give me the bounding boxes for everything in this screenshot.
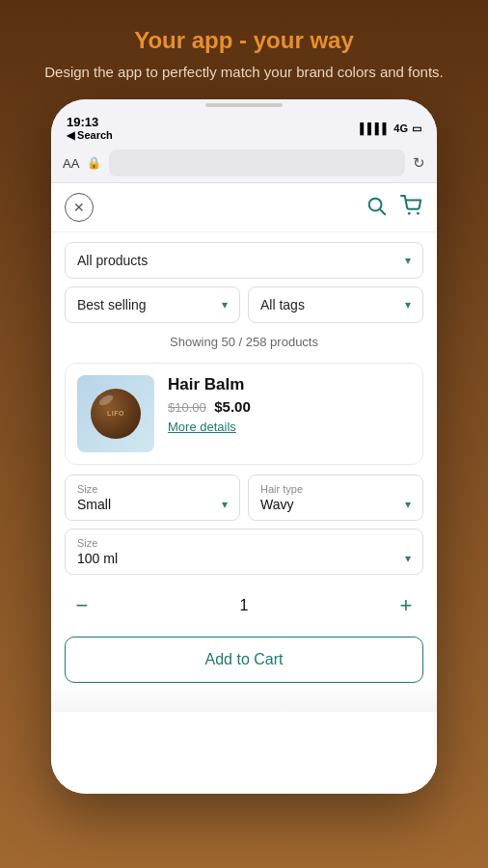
jar-label: LIFO: [107, 410, 124, 418]
main-title: Your app - your way: [44, 27, 444, 54]
product-jar: LIFO: [91, 389, 141, 439]
refresh-icon[interactable]: ↻: [413, 154, 425, 172]
chevron-down-icon: ▾: [405, 254, 411, 267]
notch-bar: [205, 103, 283, 107]
filter-row: Best selling ▾ All tags ▾: [65, 286, 423, 323]
chevron-down-icon: ▾: [222, 498, 228, 511]
status-bar: 19:13 ◀ Search ▌▌▌▌ 4G ▭: [51, 111, 437, 144]
quantity-value: 1: [240, 597, 249, 614]
signal-icon: ▌▌▌▌: [360, 122, 390, 134]
browser-aa: AA: [63, 156, 79, 171]
app-content: ✕ A: [51, 183, 437, 794]
status-icons: ▌▌▌▌ 4G ▭: [360, 122, 421, 135]
close-button[interactable]: ✕: [65, 193, 94, 222]
all-products-dropdown[interactable]: All products ▾: [65, 242, 423, 279]
size-value: Small: [77, 497, 111, 512]
bottom-fade: [51, 683, 437, 712]
sort-label: Best selling: [77, 297, 147, 312]
price-sale: $5.00: [214, 398, 251, 415]
add-to-cart-button[interactable]: Add to Cart: [65, 637, 423, 683]
phone-mockup: 19:13 ◀ Search ▌▌▌▌ 4G ▭ AA 🔒 ↻ ✕: [51, 99, 437, 794]
minus-icon: −: [76, 593, 89, 618]
chevron-down-icon: ▾: [405, 498, 411, 511]
size-dropdown[interactable]: Size Small ▾: [65, 475, 240, 521]
app-toolbar: ✕: [51, 183, 437, 232]
svg-line-1: [380, 209, 385, 214]
add-to-cart-label: Add to Cart: [205, 651, 284, 667]
network-label: 4G: [393, 122, 408, 134]
size2-dropdown[interactable]: Size 100 ml ▾: [65, 529, 423, 575]
quantity-row: − 1 +: [65, 584, 423, 627]
size2-value: 100 ml: [77, 551, 118, 566]
more-details-link[interactable]: More details: [168, 420, 411, 434]
all-products-label: All products: [77, 253, 148, 268]
filter-section: All products ▾ Best selling ▾ All tags ▾…: [51, 232, 437, 363]
url-bar[interactable]: [109, 149, 405, 176]
search-icon[interactable]: [366, 195, 387, 221]
size2-label: Size: [77, 537, 411, 549]
size2-value-row: 100 ml ▾: [77, 551, 411, 566]
main-subtitle: Design the app to perfectly match your b…: [44, 62, 444, 82]
hair-type-value: Wavy: [260, 497, 293, 512]
product-info: Hair Balm $10.00 $5.00 More details: [168, 375, 411, 434]
battery-icon: ▭: [412, 122, 421, 135]
chevron-down-icon: ▾: [222, 298, 228, 312]
sort-dropdown[interactable]: Best selling ▾: [65, 286, 240, 323]
title-plain: Your app -: [134, 27, 254, 53]
product-pricing: $10.00 $5.00: [168, 398, 411, 416]
page-header: Your app - your way Design the app to pe…: [15, 0, 473, 99]
tags-dropdown[interactable]: All tags ▾: [248, 286, 423, 323]
variant-row-1: Size Small ▾ Hair type Wavy ▾: [65, 475, 423, 521]
chevron-down-icon: ▾: [405, 298, 411, 312]
status-time: 19:13: [67, 115, 113, 129]
close-icon: ✕: [73, 200, 85, 215]
size-value-row: Small ▾: [77, 497, 228, 512]
quantity-minus-button[interactable]: −: [65, 588, 99, 623]
status-nav: ◀ Search: [67, 129, 113, 142]
product-card: LIFO Hair Balm $10.00 $5.00 More details: [65, 363, 423, 465]
cart-icon[interactable]: [400, 195, 423, 221]
product-top: LIFO Hair Balm $10.00 $5.00 More details: [77, 375, 411, 452]
variant-options: Size Small ▾ Hair type Wavy ▾ Size: [65, 475, 423, 575]
hair-type-dropdown[interactable]: Hair type Wavy ▾: [248, 475, 423, 521]
product-name: Hair Balm: [168, 375, 411, 394]
quantity-plus-button[interactable]: +: [389, 588, 423, 623]
svg-point-2: [408, 211, 411, 214]
hair-type-value-row: Wavy ▾: [260, 497, 411, 512]
price-original: $10.00: [168, 400, 206, 415]
size-label: Size: [77, 483, 228, 495]
svg-point-3: [417, 211, 420, 214]
lock-icon: 🔒: [87, 156, 101, 170]
product-image: LIFO: [77, 375, 154, 452]
browser-bar: AA 🔒 ↻: [51, 144, 437, 183]
toolbar-icons: [366, 195, 423, 221]
plus-icon: +: [400, 593, 413, 618]
hair-type-label: Hair type: [260, 483, 411, 495]
chevron-down-icon: ▾: [405, 552, 411, 565]
phone-notch: [51, 99, 437, 111]
title-highlight: your way: [254, 27, 354, 53]
showing-text: Showing 50 / 258 products: [65, 335, 423, 349]
tags-label: All tags: [260, 297, 305, 312]
